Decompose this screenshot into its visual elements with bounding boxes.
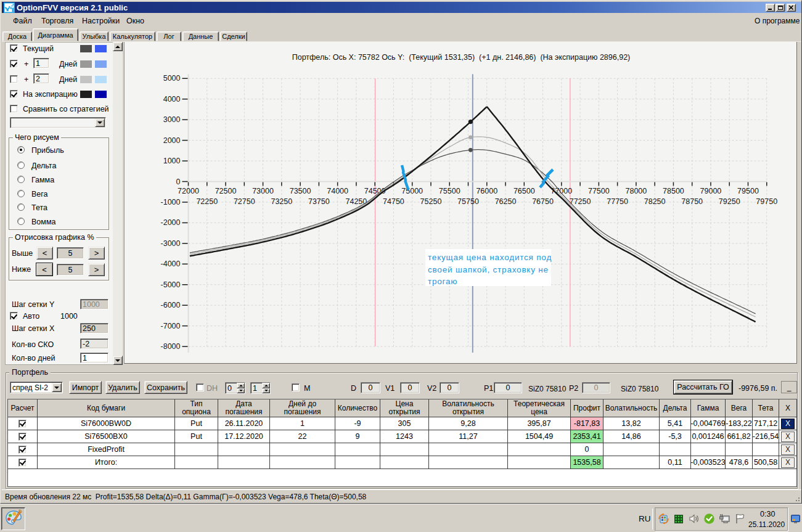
show-desktop-icon[interactable] bbox=[791, 515, 800, 525]
p2-input[interactable]: 0 bbox=[582, 382, 610, 393]
column-header[interactable]: Количество bbox=[335, 399, 380, 417]
grid-y-input[interactable]: 1000 bbox=[80, 299, 108, 309]
tab-dannye[interactable]: Данные bbox=[182, 31, 219, 41]
row-delete-button[interactable]: X bbox=[781, 457, 795, 468]
scroll-down-button[interactable] bbox=[113, 356, 123, 365]
tab-ulybka[interactable]: Улыбка bbox=[80, 31, 108, 41]
scroll-up-button[interactable] bbox=[113, 42, 123, 51]
checkbox-auto[interactable] bbox=[10, 312, 18, 320]
above-inc-button[interactable]: > bbox=[88, 247, 105, 260]
minimize-button[interactable] bbox=[766, 4, 775, 12]
d-input[interactable]: 0 bbox=[361, 382, 380, 393]
tab-doska[interactable]: Доска bbox=[2, 31, 32, 41]
column-header[interactable]: Теоретическаяцена bbox=[508, 399, 571, 417]
calc-go-button[interactable]: Рассчитать ГО bbox=[674, 380, 732, 394]
sko-input[interactable]: -2 bbox=[80, 338, 108, 349]
title-bar[interactable]: OptionFVV версия 2.1 public bbox=[2, 2, 801, 13]
profit-chart[interactable]: Портфель: Ось X: 75782 Ось Y: (Текущий 1… bbox=[125, 42, 796, 363]
column-header[interactable]: Расчет bbox=[8, 399, 38, 417]
checkbox-expiration[interactable] bbox=[10, 90, 18, 98]
v1-input[interactable]: 0 bbox=[400, 382, 420, 393]
below-inc-button[interactable]: > bbox=[88, 263, 105, 276]
radio-profit[interactable] bbox=[17, 146, 25, 153]
checkbox-plus1[interactable] bbox=[10, 60, 18, 68]
strategy-dropdown[interactable] bbox=[10, 117, 106, 128]
input-days2[interactable]: 2 bbox=[33, 73, 49, 84]
days-count-input[interactable]: 1 bbox=[80, 353, 108, 363]
resize-grip[interactable] bbox=[792, 494, 800, 501]
spin-down-icon[interactable] bbox=[262, 388, 270, 394]
p1-input[interactable]: 0 bbox=[494, 382, 522, 393]
radio-vomma[interactable] bbox=[17, 218, 25, 225]
row-delete-button[interactable]: X bbox=[781, 419, 795, 429]
collapse-button[interactable]: _ bbox=[781, 381, 797, 393]
above-input[interactable]: 5 bbox=[57, 247, 84, 259]
volume-icon[interactable] bbox=[689, 514, 700, 526]
spin-up-icon[interactable] bbox=[237, 383, 245, 388]
menu-trade[interactable]: Торговля bbox=[41, 13, 73, 28]
tab-sdelki[interactable]: Сделки bbox=[220, 31, 247, 41]
column-header[interactable]: Дельта bbox=[660, 399, 691, 417]
antivirus-check-icon[interactable] bbox=[703, 513, 715, 526]
green-grid-icon[interactable] bbox=[674, 514, 684, 526]
import-button[interactable]: Импорт bbox=[69, 381, 102, 394]
column-header[interactable]: Дней допогашения bbox=[270, 399, 335, 417]
spin-down-icon[interactable] bbox=[237, 388, 245, 394]
tab-log[interactable]: Лог bbox=[157, 31, 181, 41]
row-checkbox[interactable] bbox=[18, 446, 27, 454]
spin-up-icon[interactable] bbox=[262, 383, 270, 388]
flag-icon[interactable] bbox=[734, 513, 745, 526]
checkbox-m[interactable] bbox=[292, 383, 300, 391]
column-header[interactable]: Волатильность bbox=[604, 399, 660, 417]
network-icon[interactable] bbox=[719, 514, 730, 526]
radio-delta[interactable] bbox=[17, 162, 25, 169]
column-header[interactable]: Волатильностьоткрытия bbox=[429, 399, 508, 417]
preset-dropdown[interactable]: спред SI-2 bbox=[10, 382, 63, 393]
column-header[interactable]: Код бумаги bbox=[38, 399, 175, 417]
column-header[interactable]: Типопциона bbox=[175, 399, 218, 417]
delete-button[interactable]: Удалить bbox=[105, 381, 140, 394]
tab-kalkulyator[interactable]: Калькулятор bbox=[110, 31, 155, 41]
below-dec-button[interactable]: < bbox=[36, 263, 53, 276]
taskbar-app-button-paint[interactable] bbox=[1, 507, 25, 530]
windows-update-icon[interactable] bbox=[658, 514, 669, 526]
column-header[interactable]: Датапогашения bbox=[218, 399, 270, 417]
maximize-button[interactable] bbox=[775, 4, 785, 12]
preset-dropdown-button[interactable] bbox=[52, 383, 62, 392]
close-button[interactable] bbox=[787, 4, 796, 12]
column-header[interactable]: Ценаоткрытия bbox=[380, 399, 429, 417]
menu-about[interactable]: О программе bbox=[755, 13, 800, 28]
language-indicator[interactable]: RU bbox=[639, 514, 651, 523]
v2-input[interactable]: 0 bbox=[440, 382, 459, 393]
radio-vega[interactable] bbox=[17, 190, 25, 197]
row-checkbox[interactable] bbox=[18, 420, 27, 428]
sidebar-scrollbar[interactable] bbox=[113, 42, 123, 365]
row-checkbox[interactable] bbox=[18, 459, 27, 467]
row-delete-button[interactable]: X bbox=[781, 444, 795, 455]
below-input[interactable]: 5 bbox=[57, 264, 84, 276]
checkbox-plus2[interactable] bbox=[10, 75, 18, 83]
column-header[interactable]: Профит bbox=[571, 399, 604, 417]
menu-window[interactable]: Окно bbox=[126, 13, 144, 28]
column-header[interactable]: X bbox=[779, 399, 797, 417]
checkbox-current[interactable] bbox=[10, 44, 18, 52]
grid-x-input[interactable]: 250 bbox=[80, 323, 108, 334]
row-delete-button[interactable]: X bbox=[781, 432, 795, 442]
column-header[interactable]: Гамма bbox=[691, 399, 726, 417]
dh-spinner-1[interactable]: 0 bbox=[225, 382, 245, 394]
row-checkbox[interactable] bbox=[18, 433, 27, 441]
radio-gamma[interactable] bbox=[17, 176, 25, 183]
input-days1[interactable]: 1 bbox=[33, 58, 49, 68]
menu-settings[interactable]: Настройки bbox=[82, 13, 120, 28]
above-dec-button[interactable]: < bbox=[36, 247, 53, 260]
checkbox-dh[interactable] bbox=[196, 383, 204, 391]
column-header[interactable]: Вега bbox=[726, 399, 753, 417]
dh-spinner-2[interactable]: 1 bbox=[250, 382, 271, 394]
save-button[interactable]: Сохранить bbox=[144, 381, 187, 394]
checkbox-compare[interactable] bbox=[10, 105, 18, 113]
strategy-dropdown-button[interactable] bbox=[95, 118, 105, 127]
radio-theta[interactable] bbox=[17, 203, 25, 211]
tab-diagramma[interactable]: Диаграмма bbox=[33, 28, 78, 41]
menu-file[interactable]: Файл bbox=[13, 13, 32, 28]
column-header[interactable]: Тета bbox=[753, 399, 779, 417]
